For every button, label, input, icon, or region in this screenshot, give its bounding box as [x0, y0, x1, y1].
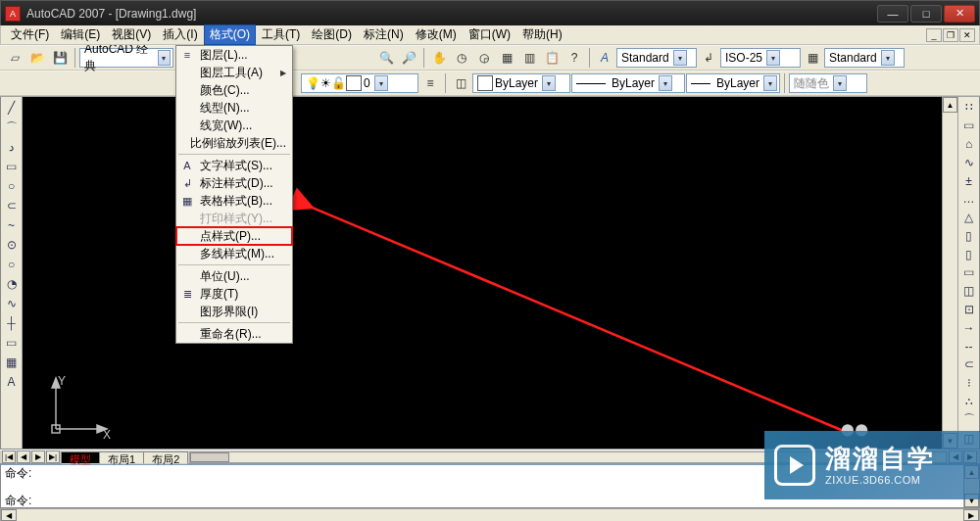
draw-tool-4[interactable]: ○: [3, 177, 21, 195]
tab-layout1[interactable]: 布局1: [99, 451, 144, 464]
modify-tool-11[interactable]: ⊡: [960, 302, 978, 318]
menu-item-point-style[interactable]: 点样式(P)...: [176, 227, 292, 245]
tbtn[interactable]: ▥: [518, 47, 540, 69]
menu-item-thickness[interactable]: ≣厚度(T): [176, 285, 292, 303]
pan-button[interactable]: ✋: [428, 47, 450, 69]
help-button[interactable]: ?: [564, 47, 585, 69]
draw-tool-7[interactable]: ⊙: [3, 236, 21, 254]
doc-close-button[interactable]: ✕: [959, 28, 975, 42]
tbtn[interactable]: ◫: [450, 72, 471, 94]
menu-item-color[interactable]: 颜色(C)...: [176, 81, 292, 99]
zoom-realtime-button[interactable]: 🔍: [375, 47, 397, 69]
draw-tool-6[interactable]: ~: [3, 216, 21, 234]
modify-tool-10[interactable]: ◫: [960, 283, 978, 300]
modify-tool-17[interactable]: ⌒: [960, 411, 978, 428]
menu-insert[interactable]: 插入(I): [157, 24, 203, 45]
tbtn[interactable]: ◶: [473, 47, 495, 69]
scroll-up-icon[interactable]: ▲: [943, 97, 957, 113]
menu-item-layer-tools[interactable]: 图层工具(A): [176, 64, 292, 81]
modify-tool-15[interactable]: ⁝: [960, 375, 978, 392]
menu-item-text-style[interactable]: A文字样式(S)...: [176, 157, 292, 174]
draw-tool-1[interactable]: ⌒: [3, 118, 21, 136]
menu-window[interactable]: 窗口(W): [463, 24, 516, 45]
tab-nav-prev[interactable]: ◀: [17, 450, 30, 463]
scroll-left-icon[interactable]: ◀: [1, 509, 17, 521]
draw-tool-13[interactable]: ▦: [3, 354, 21, 371]
modify-tool-14[interactable]: ⊂: [960, 356, 978, 373]
dim-style-combo[interactable]: ISO-25▾: [720, 48, 801, 68]
zoom-window-button[interactable]: 🔎: [398, 47, 419, 69]
menu-item-layer[interactable]: ≡图层(L)...: [176, 46, 292, 64]
draw-tool-5[interactable]: ⊂: [3, 197, 21, 214]
table-style-combo[interactable]: Standard▾: [824, 48, 905, 68]
hscrollbar-thumb[interactable]: [190, 452, 229, 462]
color-bylayer-combo[interactable]: ByLayer▾: [472, 73, 570, 93]
tab-nav-next[interactable]: ▶: [31, 450, 45, 463]
modify-tool-12[interactable]: →: [960, 319, 978, 336]
doc-min-button[interactable]: _: [926, 28, 942, 42]
drawing-canvas[interactable]: Y X ▲▼: [23, 97, 957, 449]
tab-nav-first[interactable]: |◀: [2, 450, 16, 463]
linetype-bylayer-combo[interactable]: ByLayer▾: [571, 73, 685, 93]
modify-tool-0[interactable]: ∷: [960, 99, 978, 116]
modify-tool-4[interactable]: ±: [960, 172, 978, 189]
modify-tool-8[interactable]: ▯: [960, 246, 978, 262]
draw-tool-0[interactable]: ╱: [3, 99, 21, 117]
menu-view[interactable]: 视图(V): [106, 24, 157, 45]
tbtn[interactable]: 📋: [541, 47, 563, 69]
menu-help[interactable]: 帮助(H): [516, 24, 568, 45]
draw-tool-2[interactable]: د: [3, 138, 21, 156]
menu-item-lineweight[interactable]: 线宽(W)...: [176, 117, 292, 134]
modify-tool-7[interactable]: ▯: [960, 227, 978, 244]
menu-item-rename[interactable]: 重命名(R)...: [176, 325, 292, 343]
workspace-combo[interactable]: AutoCAD 经典 ▾: [79, 48, 173, 68]
doc-restore-button[interactable]: ❐: [943, 28, 958, 42]
draw-tool-8[interactable]: ○: [3, 256, 21, 273]
menu-item-dim-style[interactable]: ↲标注样式(D)...: [176, 174, 292, 192]
menu-item-scale-list[interactable]: 比例缩放列表(E)...: [176, 134, 292, 152]
menu-edit[interactable]: 编辑(E): [55, 24, 106, 45]
tab-model[interactable]: 模型: [61, 451, 100, 464]
menu-item-drawing-limits[interactable]: 图形界限(I): [176, 303, 292, 320]
menu-item-mline-style[interactable]: 多线样式(M)...: [176, 245, 292, 262]
modify-tool-16[interactable]: ∴: [960, 394, 978, 410]
tbtn[interactable]: ▦: [496, 47, 517, 69]
text-style-icon[interactable]: A: [594, 47, 615, 69]
layer-combo[interactable]: 💡 ☀ 🔓 0 ▾: [301, 73, 418, 93]
menu-file[interactable]: 文件(F): [5, 24, 55, 45]
command-hscrollbar[interactable]: ◀▶: [0, 508, 980, 521]
dim-style-icon[interactable]: ↲: [698, 47, 719, 69]
modify-tool-13[interactable]: --: [960, 338, 978, 355]
save-button[interactable]: 💾: [49, 47, 71, 69]
modify-tool-3[interactable]: ∿: [960, 154, 978, 170]
menu-format[interactable]: 格式(O): [204, 24, 256, 45]
menu-draw[interactable]: 绘图(D): [306, 24, 358, 45]
plot-color-combo[interactable]: 随随色▾: [789, 73, 867, 93]
scroll-right-icon[interactable]: ▶: [963, 509, 979, 521]
window-maximize-button[interactable]: □: [910, 5, 942, 23]
menu-modify[interactable]: 修改(M): [410, 24, 463, 45]
tbtn[interactable]: ◷: [451, 47, 472, 69]
draw-tool-12[interactable]: ▭: [3, 334, 21, 352]
menu-item-linetype[interactable]: 线型(N)...: [176, 99, 292, 117]
menu-item-units[interactable]: 单位(U)...: [176, 267, 292, 285]
window-minimize-button[interactable]: —: [877, 5, 908, 23]
text-style-combo[interactable]: Standard▾: [616, 48, 697, 68]
draw-tool-10[interactable]: ∿: [3, 295, 21, 312]
draw-tool-11[interactable]: ┼: [3, 314, 21, 332]
menu-dim[interactable]: 标注(N): [358, 24, 410, 45]
modify-tool-2[interactable]: ⌂: [960, 136, 978, 153]
open-button[interactable]: 📂: [26, 47, 48, 69]
draw-tool-14[interactable]: A: [3, 373, 21, 391]
layer-manager-button[interactable]: ≡: [419, 72, 441, 94]
tab-nav-last[interactable]: ▶|: [46, 450, 60, 463]
new-button[interactable]: ▱: [4, 47, 25, 69]
modify-tool-6[interactable]: △: [960, 210, 978, 226]
tab-layout2[interactable]: 布局2: [143, 451, 188, 464]
lineweight-bylayer-combo[interactable]: ByLayer▾: [686, 73, 780, 93]
canvas-vscrollbar[interactable]: ▲▼: [942, 97, 957, 449]
modify-tool-5[interactable]: …: [960, 191, 978, 208]
draw-tool-9[interactable]: ◔: [3, 275, 21, 293]
modify-tool-9[interactable]: ▭: [960, 264, 978, 281]
modify-tool-1[interactable]: ▭: [960, 118, 978, 134]
